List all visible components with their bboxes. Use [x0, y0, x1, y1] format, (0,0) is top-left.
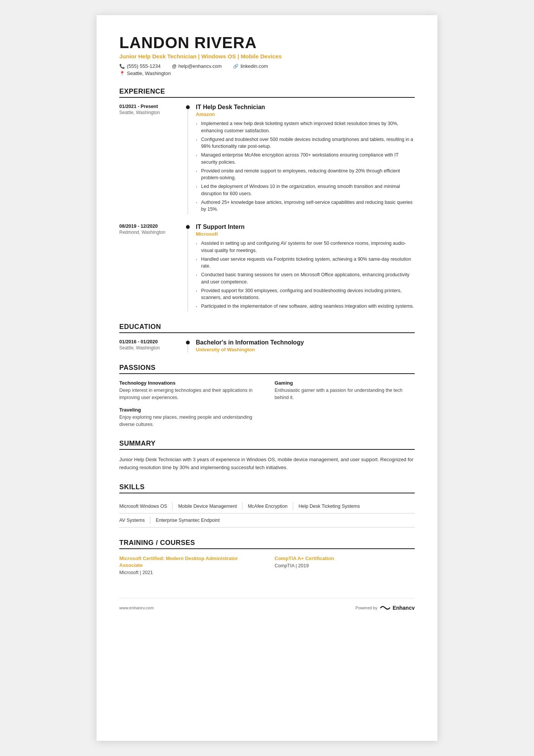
edu-location-uw: Seattle, Washington: [119, 345, 181, 351]
training-section: TRAINING / COURSES Microsoft Certified: …: [119, 539, 415, 575]
email-icon: @: [172, 64, 176, 69]
summary-section: SUMMARY Junior Help Desk Technician with…: [119, 440, 415, 472]
header: LANDON RIVERA Junior Help Desk Technicia…: [119, 34, 415, 76]
edu-divider-uw: [187, 339, 188, 352]
linkedin-url: linkedin.com: [240, 63, 268, 69]
passion-desc-gaming: Enthusiastic gamer with a passion for un…: [275, 387, 415, 401]
email-address: help@enhancv.com: [178, 63, 222, 69]
education-section: EDUCATION 01/2016 - 01/2020 Seattle, Was…: [119, 323, 415, 352]
bullet-amazon-2: Managed enterprise McAfee encryption acr…: [196, 152, 415, 166]
training-item-1: CompTIA A+ Certification CompTIA | 2019: [275, 555, 415, 575]
exp-location-amazon: Seattle, Washington: [119, 110, 181, 115]
edu-degree-uw: Bachelor's in Information Technology: [196, 339, 415, 346]
bullet-microsoft-0: Assisted in setting up and configuring A…: [196, 240, 415, 254]
exp-right-amazon: IT Help Desk Technician Amazon Implement…: [196, 104, 415, 214]
candidate-title: Junior Help Desk Technician | Windows OS…: [119, 53, 415, 59]
exp-jobtitle-microsoft: IT Support Intern: [196, 224, 415, 230]
skills-section: SKILLS Microsoft Windows OS Mobile Devic…: [119, 483, 415, 527]
exp-bullets-amazon: Implemented a new help desk ticketing sy…: [196, 120, 415, 213]
exp-company-amazon: Amazon: [196, 111, 415, 117]
experience-section: EXPERIENCE 01/2021 - Present Seattle, Wa…: [119, 88, 415, 311]
passion-desc-travel: Enjoy exploring new places, meeting peop…: [119, 414, 259, 428]
training-grid: Microsoft Certified: Modern Desktop Admi…: [119, 555, 415, 575]
experience-section-title: EXPERIENCE: [119, 88, 415, 98]
training-org-0: Microsoft | 2021: [119, 570, 259, 575]
bullet-amazon-0: Implemented a new help desk ticketing sy…: [196, 120, 415, 135]
skills-section-title: SKILLS: [119, 483, 415, 493]
exp-left-amazon: 01/2021 - Present Seattle, Washington: [119, 104, 187, 214]
exp-bullets-microsoft: Assisted in setting up and configuring A…: [196, 240, 415, 310]
passion-title-tech: Technology Innovations: [119, 380, 259, 386]
exp-dot-microsoft: [186, 225, 190, 229]
training-item-0: Microsoft Certified: Modern Desktop Admi…: [119, 555, 259, 575]
summary-section-title: SUMMARY: [119, 440, 415, 450]
edu-dot-uw: [186, 341, 190, 344]
bullet-microsoft-3: Provided support for 300 employees, conf…: [196, 287, 415, 302]
training-section-title: TRAINING / COURSES: [119, 539, 415, 549]
exp-divider-microsoft: [187, 224, 188, 311]
bullet-amazon-4: Led the deployment of Windows 10 in the …: [196, 183, 415, 197]
location-text: Seattle, Washington: [127, 70, 171, 76]
passion-item-travel: Traveling Enjoy exploring new places, me…: [119, 407, 259, 428]
footer-brand: Powered by Enhancv: [356, 604, 415, 611]
passion-title-travel: Traveling: [119, 407, 259, 413]
experience-item-amazon: 01/2021 - Present Seattle, Washington IT…: [119, 104, 415, 214]
phone-icon: 📞: [119, 64, 125, 69]
passions-grid: Technology Innovations Deep interest in …: [119, 380, 415, 428]
bullet-microsoft-4: Participated in the implementation of ne…: [196, 303, 415, 310]
email-contact: @ help@enhancv.com: [172, 63, 222, 69]
skill-1-1: Enterprise Symantec Endpoint: [156, 517, 225, 524]
skills-row-0: Microsoft Windows OS Mobile Device Manag…: [119, 499, 415, 513]
passions-section: PASSIONS Technology Innovations Deep int…: [119, 364, 415, 428]
edu-left-uw: 01/2016 - 01/2020 Seattle, Washington: [119, 339, 187, 352]
education-section-title: EDUCATION: [119, 323, 415, 333]
resume-page: LANDON RIVERA Junior Help Desk Technicia…: [97, 15, 437, 741]
phone-contact: 📞 (555) 555-1234: [119, 63, 161, 69]
footer-url: www.enhancv.com: [119, 606, 154, 610]
exp-divider-amazon: [187, 104, 188, 214]
edu-school-uw: University of Washington: [196, 347, 415, 352]
skill-1-0: AV Systems: [119, 517, 150, 524]
exp-date-amazon: 01/2021 - Present: [119, 104, 181, 109]
exp-left-microsoft: 08/2019 - 12/2020 Redmond, Washington: [119, 224, 187, 311]
summary-text: Junior Help Desk Technician with 3 years…: [119, 456, 415, 472]
skill-0-0: Microsoft Windows OS: [119, 502, 173, 510]
passion-item-gaming: Gaming Enthusiastic gamer with a passion…: [275, 380, 415, 401]
edu-right-uw: Bachelor's in Information Technology Uni…: [196, 339, 415, 352]
bullet-amazon-1: Configured and troubleshot over 500 mobi…: [196, 136, 415, 150]
location-row: 📍 Seattle, Washington: [119, 70, 415, 76]
training-title-0: Microsoft Certified: Modern Desktop Admi…: [119, 555, 259, 569]
phone-number: (555) 555-1234: [127, 63, 161, 69]
exp-jobtitle-amazon: IT Help Desk Technician: [196, 104, 415, 111]
enhancv-logo-icon: [380, 604, 390, 611]
footer: www.enhancv.com Powered by Enhancv: [119, 598, 415, 611]
location-contact: 📍 Seattle, Washington: [119, 70, 171, 76]
bullet-microsoft-1: Handled user service requests via Footpr…: [196, 256, 415, 270]
education-item-uw: 01/2016 - 01/2020 Seattle, Washington Ba…: [119, 339, 415, 352]
passion-desc-tech: Deep interest in emerging technologies a…: [119, 387, 259, 401]
experience-item-microsoft: 08/2019 - 12/2020 Redmond, Washington IT…: [119, 224, 415, 311]
passions-section-title: PASSIONS: [119, 364, 415, 374]
skills-rows: Microsoft Windows OS Mobile Device Manag…: [119, 499, 415, 527]
skill-0-3: Help Desk Ticketing Systems: [298, 502, 365, 510]
skills-row-1: AV Systems Enterprise Symantec Endpoint: [119, 513, 415, 527]
exp-dot-amazon: [186, 105, 190, 109]
linkedin-contact: 🔗 linkedin.com: [233, 63, 268, 69]
exp-company-microsoft: Microsoft: [196, 231, 415, 237]
bullet-amazon-5: Authored 25+ knowledge base articles, im…: [196, 199, 415, 213]
header-contacts: 📞 (555) 555-1234 @ help@enhancv.com 🔗 li…: [119, 63, 415, 69]
training-title-1: CompTIA A+ Certification: [275, 555, 415, 562]
training-org-1: CompTIA | 2019: [275, 563, 415, 568]
exp-date-microsoft: 08/2019 - 12/2020: [119, 224, 181, 229]
brand-name: Enhancv: [393, 605, 415, 611]
skill-0-1: Mobile Device Management: [178, 502, 242, 510]
passion-item-tech: Technology Innovations Deep interest in …: [119, 380, 259, 401]
passion-title-gaming: Gaming: [275, 380, 415, 386]
edu-date-uw: 01/2016 - 01/2020: [119, 339, 181, 344]
location-icon: 📍: [119, 71, 125, 76]
candidate-name: LANDON RIVERA: [119, 34, 415, 52]
bullet-amazon-3: Provided onsite and remote support to em…: [196, 167, 415, 182]
exp-location-microsoft: Redmond, Washington: [119, 230, 181, 235]
powered-by-text: Powered by: [356, 606, 378, 610]
exp-right-microsoft: IT Support Intern Microsoft Assisted in …: [196, 224, 415, 311]
